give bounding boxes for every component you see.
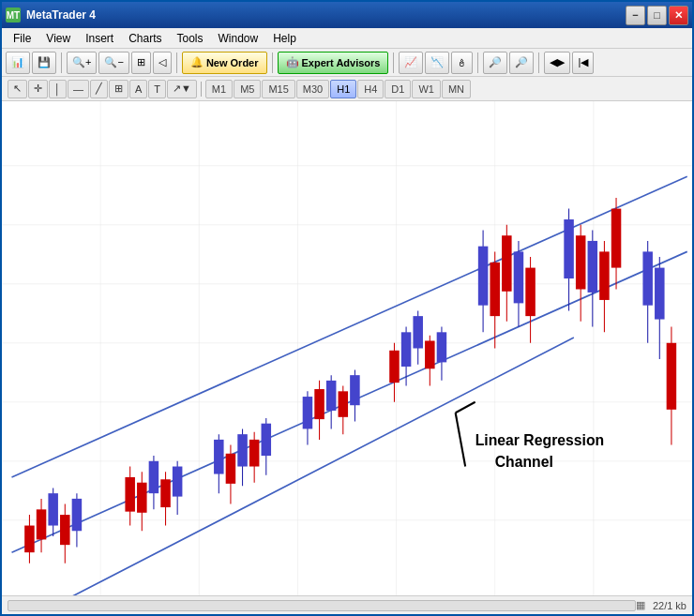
menu-file[interactable]: File bbox=[6, 30, 38, 47]
save-icon: 💾 bbox=[38, 56, 51, 68]
tf-h4[interactable]: H4 bbox=[357, 80, 384, 98]
tf-m30[interactable]: M30 bbox=[296, 80, 329, 98]
chart-area[interactable]: Linear Regression Channel bbox=[2, 101, 692, 595]
svg-rect-64 bbox=[425, 340, 435, 368]
svg-rect-40 bbox=[226, 454, 236, 484]
menu-view[interactable]: View bbox=[38, 30, 78, 47]
menu-tools[interactable]: Tools bbox=[170, 30, 211, 47]
line-tool[interactable]: │ bbox=[49, 80, 67, 98]
maximize-button[interactable]: □ bbox=[647, 6, 667, 25]
app-icon: MT bbox=[6, 8, 21, 23]
order-icon: 🔔 bbox=[190, 56, 204, 68]
scroll-chart-button[interactable]: ◀▶ bbox=[544, 52, 570, 74]
crosshair-tool[interactable]: ✛ bbox=[28, 80, 48, 98]
svg-rect-54 bbox=[339, 391, 349, 416]
zoom-in-button[interactable]: 🔍+ bbox=[67, 52, 97, 74]
zoom-out-button[interactable]: 🔍− bbox=[98, 52, 128, 74]
auto-scroll-button[interactable]: |◀ bbox=[572, 52, 594, 74]
svg-rect-52 bbox=[326, 381, 337, 411]
svg-rect-46 bbox=[262, 424, 272, 456]
status-bar: ▦ 22/1 kb bbox=[2, 595, 692, 614]
magnify-button[interactable]: 🔎 bbox=[483, 52, 507, 74]
new-order-button[interactable]: 🔔 New Order bbox=[182, 52, 267, 74]
svg-rect-82 bbox=[588, 241, 598, 293]
horizontal-scrollbar[interactable] bbox=[8, 600, 636, 611]
menu-help[interactable]: Help bbox=[265, 30, 304, 47]
separator-4 bbox=[393, 53, 394, 73]
minimize-button[interactable]: − bbox=[626, 6, 645, 25]
svg-rect-70 bbox=[490, 263, 500, 316]
title-bar: MT MetaTrader 4 − □ ✕ bbox=[2, 2, 692, 28]
svg-rect-22 bbox=[48, 493, 58, 525]
svg-text:Linear Regression: Linear Regression bbox=[475, 430, 605, 448]
svg-rect-38 bbox=[214, 440, 224, 474]
arrow-tool[interactable]: ↗▼ bbox=[167, 80, 197, 98]
chart-svg: Linear Regression Channel bbox=[2, 101, 692, 595]
svg-text:Channel: Channel bbox=[495, 452, 553, 470]
new-chart-button[interactable]: 📊 bbox=[6, 52, 30, 74]
svg-rect-0 bbox=[2, 101, 692, 595]
tf-m5[interactable]: M5 bbox=[234, 80, 261, 98]
cursor-tool[interactable]: ↖ bbox=[8, 80, 27, 98]
separator-5 bbox=[477, 53, 478, 73]
svg-rect-68 bbox=[478, 247, 489, 306]
expert-advisors-button[interactable]: 🤖 Expert Advisors bbox=[278, 52, 389, 74]
separator-1 bbox=[61, 53, 62, 73]
menu-bar: File View Insert Charts Tools Window Hel… bbox=[2, 28, 692, 49]
magnify2-button[interactable]: 🔎 bbox=[509, 52, 534, 74]
bars-info: 22/1 kb bbox=[653, 600, 686, 611]
separator-2 bbox=[176, 53, 177, 73]
menu-charts[interactable]: Charts bbox=[121, 30, 169, 47]
tf-w1[interactable]: W1 bbox=[412, 80, 441, 98]
svg-rect-50 bbox=[314, 389, 324, 419]
svg-rect-44 bbox=[249, 440, 260, 467]
chart-type-1-button[interactable]: 📈 bbox=[399, 52, 423, 74]
svg-rect-42 bbox=[237, 434, 248, 466]
svg-rect-58 bbox=[389, 351, 400, 383]
svg-rect-72 bbox=[502, 235, 512, 292]
trend-tool[interactable]: ╱ bbox=[90, 80, 108, 98]
main-window: MT MetaTrader 4 − □ ✕ File View Insert C… bbox=[0, 0, 694, 616]
menu-window[interactable]: Window bbox=[211, 30, 266, 47]
tf-mn[interactable]: MN bbox=[442, 80, 471, 98]
svg-rect-56 bbox=[350, 375, 360, 405]
tf-h1[interactable]: H1 bbox=[330, 80, 356, 98]
svg-rect-20 bbox=[37, 509, 47, 539]
svg-rect-92 bbox=[667, 343, 677, 410]
chart-type-2-button[interactable]: 📉 bbox=[425, 52, 449, 74]
status-bar-right: ▦ 22/1 kb bbox=[636, 599, 686, 611]
svg-rect-32 bbox=[149, 461, 159, 493]
svg-rect-30 bbox=[137, 483, 147, 513]
svg-rect-74 bbox=[514, 251, 524, 303]
text-tool-T[interactable]: T bbox=[148, 80, 166, 98]
svg-rect-86 bbox=[611, 209, 622, 268]
tf-d1[interactable]: D1 bbox=[385, 80, 411, 98]
svg-rect-28 bbox=[125, 477, 135, 512]
svg-rect-62 bbox=[413, 316, 423, 348]
period-sep-tool[interactable]: ⊞ bbox=[109, 80, 128, 98]
close-button[interactable]: ✕ bbox=[669, 6, 688, 25]
svg-rect-76 bbox=[525, 268, 536, 317]
tf-m15[interactable]: M15 bbox=[262, 80, 294, 98]
separator-6 bbox=[538, 53, 539, 73]
toolbar-1: 📊 💾 🔍+ 🔍− ⊞ ◁ 🔔 New Order 🤖 Expert Advis… bbox=[2, 49, 692, 77]
bars-icon: ▦ bbox=[636, 599, 645, 611]
svg-rect-34 bbox=[160, 479, 171, 507]
chart-type-3-button[interactable]: 🕯 bbox=[451, 52, 473, 74]
svg-rect-60 bbox=[401, 332, 412, 367]
hline-tool[interactable]: — bbox=[68, 80, 89, 98]
svg-rect-36 bbox=[173, 467, 183, 497]
svg-rect-90 bbox=[655, 268, 665, 320]
svg-rect-48 bbox=[303, 397, 313, 428]
svg-rect-84 bbox=[599, 251, 610, 300]
menu-insert[interactable]: Insert bbox=[78, 30, 121, 47]
text-tool-A[interactable]: A bbox=[129, 80, 147, 98]
tf-m1[interactable]: M1 bbox=[205, 80, 233, 98]
scroll-left-button[interactable]: ◁ bbox=[153, 52, 172, 74]
timeframe-toolbar: ↖ ✛ │ — ╱ ⊞ A T ↗▼ M1 M5 M15 M30 H1 H4 D… bbox=[2, 77, 692, 101]
separator-3 bbox=[272, 53, 273, 73]
expert-icon: 🤖 bbox=[286, 56, 299, 68]
svg-rect-66 bbox=[437, 332, 447, 362]
zoom-fit-button[interactable]: ⊞ bbox=[131, 52, 151, 74]
save-button[interactable]: 💾 bbox=[32, 52, 56, 74]
